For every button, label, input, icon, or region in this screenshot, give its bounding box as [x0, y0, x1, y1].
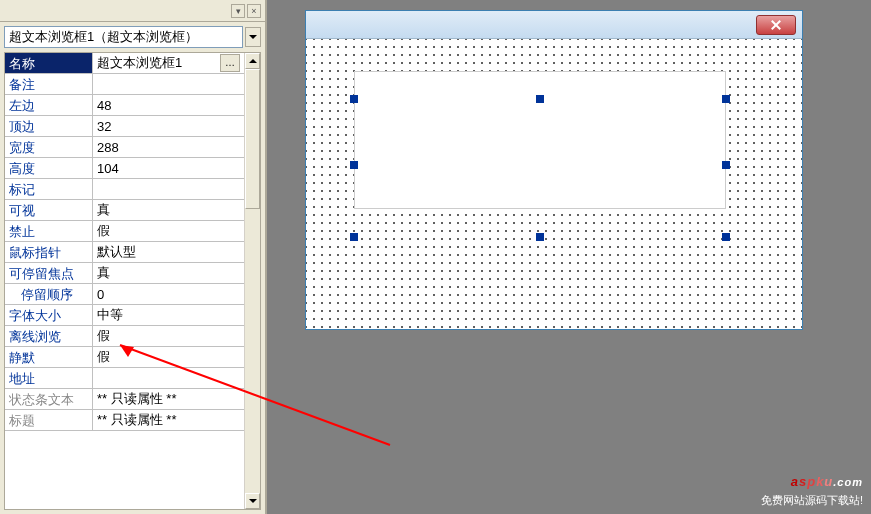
- property-row[interactable]: 字体大小中等: [5, 305, 244, 326]
- scroll-thumb[interactable]: [245, 69, 260, 209]
- property-value[interactable]: [93, 179, 244, 199]
- property-value[interactable]: 0: [93, 284, 244, 304]
- property-value[interactable]: 假: [93, 326, 244, 346]
- resize-handle-tl[interactable]: [350, 95, 358, 103]
- resize-handle-mr[interactable]: [722, 161, 730, 169]
- property-row[interactable]: 可停留焦点真: [5, 263, 244, 284]
- form-designer-window: [305, 10, 803, 330]
- more-button[interactable]: …: [220, 54, 240, 72]
- property-row[interactable]: 名称超文本浏览框1…: [5, 53, 244, 74]
- property-value[interactable]: [93, 368, 244, 388]
- property-label[interactable]: 停留顺序: [5, 284, 93, 304]
- property-row[interactable]: 高度104: [5, 158, 244, 179]
- designer-canvas[interactable]: [306, 39, 802, 329]
- property-value[interactable]: ** 只读属性 **: [93, 410, 244, 430]
- property-value[interactable]: 假: [93, 347, 244, 367]
- property-row[interactable]: 可视真: [5, 200, 244, 221]
- property-label[interactable]: 标题: [5, 410, 93, 430]
- property-row[interactable]: 标题** 只读属性 **: [5, 410, 244, 431]
- property-value[interactable]: 超文本浏览框1…: [93, 53, 244, 73]
- watermark-brand: aspku.com: [761, 461, 863, 493]
- resize-handle-bm[interactable]: [536, 233, 544, 241]
- resize-handle-ml[interactable]: [350, 161, 358, 169]
- vertical-scrollbar[interactable]: [244, 53, 260, 509]
- object-selector-dropdown[interactable]: [245, 27, 261, 47]
- property-value[interactable]: 288: [93, 137, 244, 157]
- designer-titlebar[interactable]: [306, 11, 802, 39]
- property-row[interactable]: 停留顺序0: [5, 284, 244, 305]
- property-value[interactable]: 默认型: [93, 242, 244, 262]
- property-value[interactable]: 104: [93, 158, 244, 178]
- property-value[interactable]: 中等: [93, 305, 244, 325]
- properties-panel: ▾ × 超文本浏览框1（超文本浏览框） 名称超文本浏览框1…备注左边48顶边32…: [0, 0, 267, 514]
- panel-dropdown-btn[interactable]: ▾: [231, 4, 245, 18]
- property-row[interactable]: 左边48: [5, 95, 244, 116]
- property-label[interactable]: 名称: [5, 53, 93, 73]
- property-label[interactable]: 顶边: [5, 116, 93, 136]
- watermark-subtitle: 免费网站源码下载站!: [761, 493, 863, 508]
- resize-handle-bl[interactable]: [350, 233, 358, 241]
- watermark: aspku.com 免费网站源码下载站!: [761, 461, 863, 508]
- property-label[interactable]: 可停留焦点: [5, 263, 93, 283]
- object-selector[interactable]: 超文本浏览框1（超文本浏览框）: [4, 26, 243, 48]
- object-selector-row: 超文本浏览框1（超文本浏览框）: [0, 22, 265, 52]
- close-icon: [770, 19, 782, 31]
- scroll-down-btn[interactable]: [245, 493, 260, 509]
- property-value[interactable]: 真: [93, 263, 244, 283]
- property-value[interactable]: 32: [93, 116, 244, 136]
- property-label[interactable]: 备注: [5, 74, 93, 94]
- resize-handle-tr[interactable]: [722, 95, 730, 103]
- property-row[interactable]: 宽度288: [5, 137, 244, 158]
- panel-header: ▾ ×: [0, 0, 265, 22]
- property-label[interactable]: 字体大小: [5, 305, 93, 325]
- property-label[interactable]: 禁止: [5, 221, 93, 241]
- property-label[interactable]: 离线浏览: [5, 326, 93, 346]
- property-row[interactable]: 状态条文本** 只读属性 **: [5, 389, 244, 410]
- chevron-down-icon: [249, 35, 257, 39]
- window-close-button[interactable]: [756, 15, 796, 35]
- property-row[interactable]: 标记: [5, 179, 244, 200]
- property-value[interactable]: 真: [93, 200, 244, 220]
- property-label[interactable]: 状态条文本: [5, 389, 93, 409]
- property-row[interactable]: 顶边32: [5, 116, 244, 137]
- property-row[interactable]: 地址: [5, 368, 244, 389]
- property-value[interactable]: [93, 74, 244, 94]
- property-label[interactable]: 左边: [5, 95, 93, 115]
- property-label[interactable]: 宽度: [5, 137, 93, 157]
- property-row[interactable]: 鼠标指针默认型: [5, 242, 244, 263]
- property-label[interactable]: 地址: [5, 368, 93, 388]
- hypertext-browser-control[interactable]: [354, 71, 726, 209]
- scroll-up-btn[interactable]: [245, 53, 260, 69]
- caret-down-icon: [249, 499, 257, 503]
- property-label[interactable]: 静默: [5, 347, 93, 367]
- object-selector-text: 超文本浏览框1（超文本浏览框）: [9, 28, 238, 46]
- property-row[interactable]: 静默假: [5, 347, 244, 368]
- caret-up-icon: [249, 59, 257, 63]
- property-value[interactable]: 48: [93, 95, 244, 115]
- property-label[interactable]: 鼠标指针: [5, 242, 93, 262]
- property-label[interactable]: 可视: [5, 200, 93, 220]
- property-row[interactable]: 禁止假: [5, 221, 244, 242]
- property-value[interactable]: ** 只读属性 **: [93, 389, 244, 409]
- resize-handle-tm[interactable]: [536, 95, 544, 103]
- property-label[interactable]: 高度: [5, 158, 93, 178]
- resize-handle-br[interactable]: [722, 233, 730, 241]
- property-row[interactable]: 离线浏览假: [5, 326, 244, 347]
- property-value[interactable]: 假: [93, 221, 244, 241]
- panel-close-btn[interactable]: ×: [247, 4, 261, 18]
- property-row[interactable]: 备注: [5, 74, 244, 95]
- property-grid: 名称超文本浏览框1…备注左边48顶边32宽度288高度104标记可视真禁止假鼠标…: [4, 52, 261, 510]
- property-label[interactable]: 标记: [5, 179, 93, 199]
